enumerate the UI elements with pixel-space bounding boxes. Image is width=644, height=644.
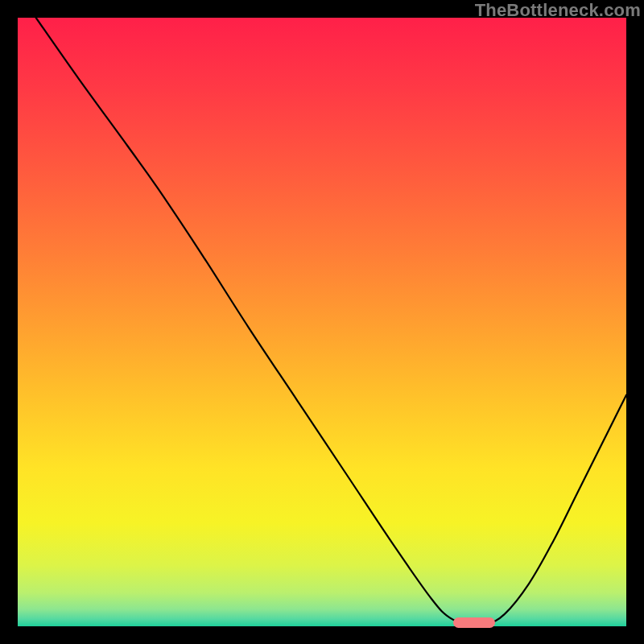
gradient-background xyxy=(18,18,626,626)
optimal-range-marker xyxy=(453,617,496,628)
watermark-text: TheBottleneck.com xyxy=(475,0,641,21)
svg-rect-0 xyxy=(18,18,626,626)
chart-frame xyxy=(18,18,626,626)
